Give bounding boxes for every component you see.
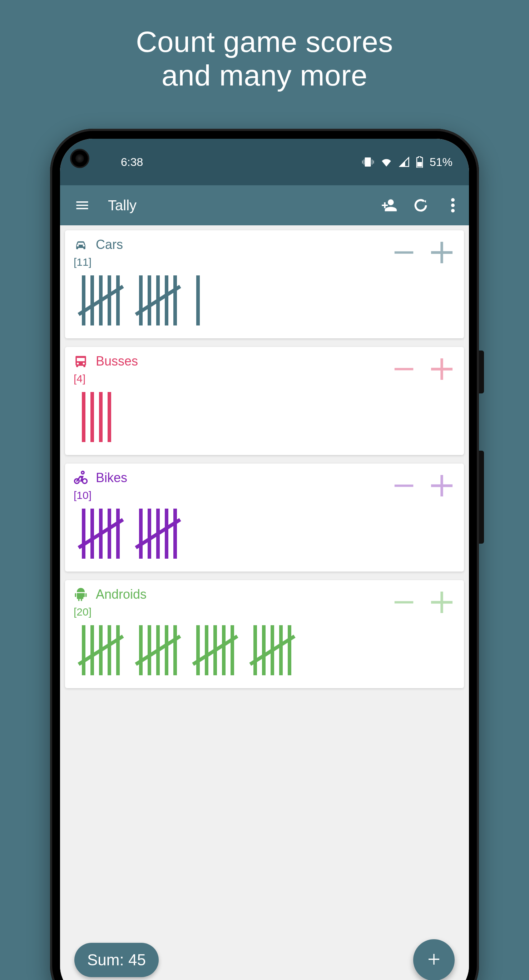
counter-label: Cars (96, 237, 123, 252)
battery-icon (416, 156, 423, 168)
increment-button[interactable] (427, 588, 456, 617)
bike-icon (73, 470, 89, 486)
bus-icon (73, 353, 89, 369)
reset-button[interactable] (405, 189, 437, 221)
plus-icon (427, 952, 441, 968)
svg-point-2 (451, 204, 455, 207)
promo-line1: Count game scores (0, 25, 529, 59)
tally-marks (73, 625, 456, 679)
menu-button[interactable] (64, 188, 100, 223)
wifi-icon (380, 156, 392, 168)
svg-point-31 (83, 479, 87, 484)
add-counter-fab[interactable] (413, 939, 455, 980)
android-icon (73, 587, 89, 602)
status-bar: 6:38 51% (60, 139, 469, 185)
camera-hole (70, 149, 89, 168)
increment-button[interactable] (427, 238, 456, 267)
add-group-button[interactable] (372, 189, 405, 221)
tally-marks (73, 392, 456, 445)
counter-card-cars[interactable]: Cars[11] (65, 230, 464, 338)
status-icons: 51% (362, 156, 453, 169)
overflow-menu-button[interactable] (437, 189, 469, 221)
signal-icon (399, 157, 410, 167)
increment-button[interactable] (427, 471, 456, 500)
app-bar: Tally (60, 185, 469, 225)
counter-label: Androids (96, 587, 146, 602)
counter-label: Bikes (96, 470, 127, 485)
phone-side-button (479, 350, 484, 393)
tally-marks (73, 275, 456, 329)
counter-label: Busses (96, 354, 138, 369)
counter-card-androids[interactable]: Androids[20] (65, 580, 464, 688)
decrement-button[interactable] (389, 588, 418, 617)
promo-title: Count game scores and many more (0, 0, 529, 92)
svg-point-1 (451, 198, 455, 202)
svg-rect-0 (418, 162, 422, 167)
phone-side-button (479, 451, 484, 544)
app-title: Tally (108, 197, 372, 213)
counter-card-busses[interactable]: Busses[4] (65, 347, 464, 455)
vibrate-icon (362, 156, 374, 168)
counters-list[interactable]: Cars[11]Busses[4]Bikes[10]Androids[20] S… (60, 225, 469, 980)
decrement-button[interactable] (389, 355, 418, 383)
increment-button[interactable] (427, 355, 456, 383)
svg-point-3 (451, 209, 455, 212)
phone-frame: 6:38 51% (50, 129, 479, 980)
status-time: 6:38 (121, 156, 143, 169)
sum-chip[interactable]: Sum: 45 (74, 943, 159, 977)
decrement-button[interactable] (389, 238, 418, 267)
sum-label: Sum: 45 (87, 951, 146, 969)
car-icon (73, 237, 89, 253)
decrement-button[interactable] (389, 471, 418, 500)
tally-marks (73, 509, 456, 562)
promo-line2: and many more (0, 59, 529, 92)
battery-percent: 51% (430, 156, 453, 169)
screen: 6:38 51% (60, 139, 469, 980)
counter-card-bikes[interactable]: Bikes[10] (65, 463, 464, 571)
